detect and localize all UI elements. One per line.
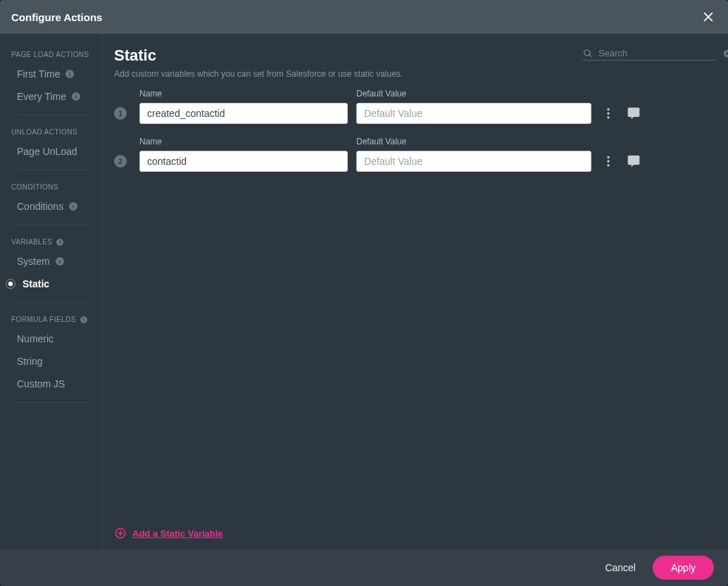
- sidebar: PAGE LOAD ACTIONSFirst TimeiEvery TimeiU…: [0, 34, 103, 549]
- default-value-field: Default Value: [356, 89, 591, 124]
- sidebar-item-label: System: [17, 256, 50, 267]
- add-static-variable-link[interactable]: Add a Static Variable: [114, 527, 223, 540]
- info-icon[interactable]: i: [72, 92, 80, 101]
- svg-point-1: [607, 108, 609, 111]
- sidebar-item-label: Every Time: [17, 91, 66, 102]
- name-field: Name: [139, 89, 348, 124]
- name-label: Name: [139, 137, 348, 146]
- close-button[interactable]: [700, 8, 717, 25]
- search-field[interactable]: [583, 46, 717, 61]
- name-input[interactable]: [139, 103, 348, 124]
- default-value-input[interactable]: [356, 103, 591, 124]
- sidebar-item-static[interactable]: Static: [0, 273, 102, 295]
- default-value-label: Default Value: [356, 137, 591, 146]
- plus-circle-icon: [114, 527, 127, 540]
- sidebar-item-first-time[interactable]: First Timei: [0, 63, 102, 85]
- sidebar-divider: [17, 225, 91, 225]
- sidebar-divider: [17, 170, 91, 170]
- cancel-button[interactable]: Cancel: [605, 562, 636, 573]
- panel-subtitle: Add custom variables which you can set f…: [114, 69, 403, 79]
- name-field: Name: [139, 137, 348, 172]
- sidebar-item-string[interactable]: String: [0, 350, 102, 373]
- svg-point-2: [607, 112, 609, 114]
- default-value-label: Default Value: [356, 89, 591, 99]
- variable-row: 1NameDefault Value: [114, 89, 717, 124]
- main-header: Static Add custom variables which you ca…: [114, 46, 717, 79]
- name-input[interactable]: [139, 151, 348, 172]
- sidebar-item-conditions[interactable]: Conditionsi: [0, 195, 102, 218]
- close-icon: [701, 10, 715, 24]
- info-icon[interactable]: i: [56, 257, 64, 266]
- sidebar-item-label: First Time: [17, 68, 60, 80]
- default-value-field: Default Value: [356, 137, 591, 172]
- main-panel: Static Add custom variables which you ca…: [103, 34, 728, 549]
- sidebar-item-label: Conditions: [17, 201, 63, 212]
- modal-body: PAGE LOAD ACTIONSFirst TimeiEvery TimeiU…: [0, 34, 728, 549]
- svg-point-3: [607, 116, 609, 118]
- default-value-input[interactable]: [356, 151, 591, 172]
- info-icon[interactable]: i: [65, 70, 74, 78]
- sidebar-section-heading: UNLOAD ACTIONS: [0, 123, 102, 140]
- search-input[interactable]: [598, 48, 717, 58]
- clear-search-icon[interactable]: [722, 49, 728, 58]
- sidebar-divider: [17, 302, 91, 303]
- info-icon[interactable]: i: [69, 202, 77, 211]
- sidebar-section-heading: PAGE LOAD ACTIONS: [0, 45, 102, 63]
- sidebar-item-label: Numeric: [17, 333, 54, 344]
- row-comment-button[interactable]: [625, 103, 642, 124]
- more-vertical-icon: [601, 154, 615, 168]
- svg-point-6: [607, 164, 609, 166]
- search-icon: [583, 49, 593, 58]
- info-icon[interactable]: i: [56, 239, 63, 246]
- titlebar: Configure Actions: [0, 0, 728, 34]
- more-vertical-icon: [601, 106, 615, 120]
- name-label: Name: [139, 89, 348, 99]
- modal-title: Configure Actions: [11, 11, 102, 23]
- footer: Cancel Apply: [0, 549, 728, 586]
- row-comment-button[interactable]: [625, 151, 642, 172]
- svg-point-4: [607, 156, 609, 158]
- variable-row: 2NameDefault Value: [114, 137, 717, 172]
- row-more-button[interactable]: [600, 151, 617, 172]
- sidebar-section-heading: CONDITIONS: [0, 177, 102, 195]
- info-icon[interactable]: i: [80, 316, 87, 323]
- row-number-badge: 1: [114, 107, 127, 120]
- add-link-label: Add a Static Variable: [132, 528, 223, 539]
- sidebar-item-label: Page UnLoad: [17, 146, 77, 157]
- sidebar-section-heading: VARIABLESi: [0, 232, 102, 250]
- sidebar-item-label: Static: [23, 278, 49, 289]
- sidebar-item-page-unload[interactable]: Page UnLoad: [0, 140, 102, 163]
- apply-button[interactable]: Apply: [653, 556, 714, 580]
- sidebar-divider: [17, 402, 91, 403]
- row-number-badge: 2: [114, 155, 127, 168]
- sidebar-item-every-time[interactable]: Every Timei: [0, 85, 102, 108]
- sidebar-divider: [17, 115, 91, 116]
- sidebar-item-label: Custom JS: [17, 378, 65, 389]
- comment-icon: [627, 154, 641, 168]
- sidebar-section-heading: FORMULA FIELDSi: [0, 310, 102, 328]
- configure-actions-modal: Configure Actions PAGE LOAD ACTIONSFirst…: [0, 0, 728, 586]
- panel-title: Static: [114, 46, 403, 65]
- sidebar-item-custom-js[interactable]: Custom JS: [0, 373, 102, 395]
- comment-icon: [627, 106, 641, 120]
- row-more-button[interactable]: [600, 103, 617, 124]
- svg-point-5: [607, 160, 609, 162]
- variable-rows: 1NameDefault Value2NameDefault Value: [114, 89, 717, 172]
- sidebar-item-label: String: [17, 356, 43, 367]
- sidebar-item-numeric[interactable]: Numeric: [0, 328, 102, 350]
- sidebar-item-system[interactable]: Systemi: [0, 250, 102, 273]
